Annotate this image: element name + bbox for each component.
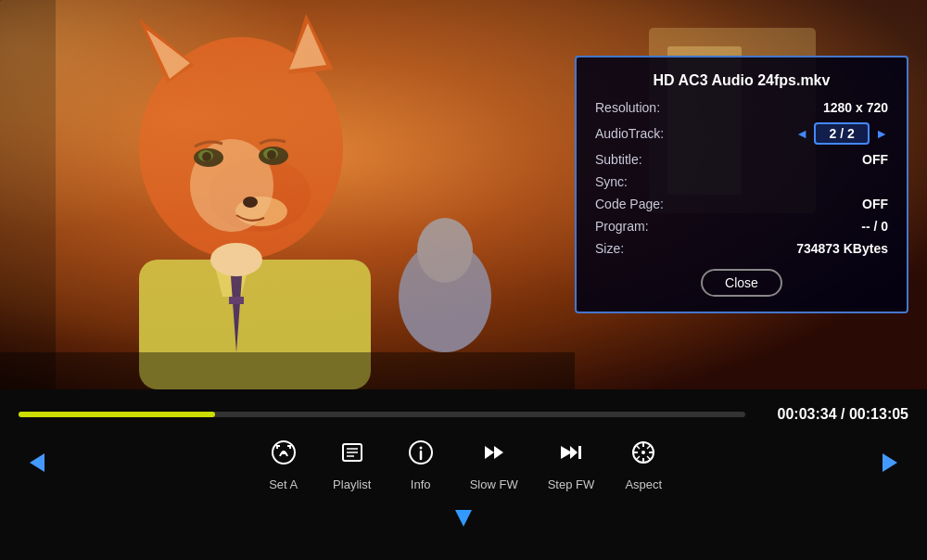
codepage-label: Code Page: <box>595 197 664 211</box>
info-panel: HD AC3 Audio 24fps.mkv Resolution: 1280 … <box>575 56 908 313</box>
controls-bar: 00:03:34 / 00:13:05 <box>0 389 927 560</box>
svg-line-49 <box>637 446 641 450</box>
sync-label: Sync: <box>595 174 628 189</box>
step-fw-icon <box>558 439 584 472</box>
size-row: Size: 734873 KBytes <box>595 241 888 256</box>
program-label: Program: <box>595 219 649 234</box>
svg-line-52 <box>637 456 641 460</box>
info-label: Info <box>411 477 431 491</box>
resolution-value: 1280 x 720 <box>823 100 888 115</box>
audiotrack-label: AudioTrack: <box>595 126 664 141</box>
progress-fill <box>19 412 215 417</box>
sync-row: Sync: <box>595 174 888 189</box>
player-container: HD AC3 Audio 24fps.mkv Resolution: 1280 … <box>0 0 927 560</box>
progress-track[interactable] <box>19 412 745 417</box>
size-value: 734873 KBytes <box>796 241 888 256</box>
set-a-label: Set A <box>269 477 298 491</box>
playlist-label: Playlist <box>333 477 371 491</box>
current-time: 00:03:34 <box>778 406 837 422</box>
svg-marker-28 <box>30 453 44 472</box>
program-row: Program: -- / 0 <box>595 219 888 234</box>
progress-area: 00:03:34 / 00:13:05 <box>0 389 927 432</box>
subtitle-label: Subtitle: <box>595 152 642 167</box>
audiotrack-prev-arrow[interactable]: ◄ <box>795 126 808 141</box>
slow-fw-icon <box>481 439 507 472</box>
playlist-button[interactable]: Playlist <box>320 432 385 499</box>
aspect-label: Aspect <box>625 477 662 491</box>
nav-right-button[interactable] <box>871 452 908 479</box>
codepage-value: OFF <box>862 197 888 211</box>
nav-left-button[interactable] <box>19 452 56 479</box>
total-time: 00:13:05 <box>849 406 908 422</box>
svg-marker-53 <box>883 453 897 472</box>
time-sep: / <box>837 406 849 422</box>
svg-point-36 <box>419 447 422 450</box>
filename-display: HD AC3 Audio 24fps.mkv <box>595 72 888 89</box>
resolution-row: Resolution: 1280 x 720 <box>595 100 888 115</box>
slow-fw-button[interactable]: Slow FW <box>457 432 531 499</box>
resolution-label: Resolution: <box>595 100 660 115</box>
aspect-button[interactable]: Aspect <box>611 432 676 499</box>
audiotrack-value: 2 / 2 <box>814 122 870 145</box>
svg-marker-41 <box>570 446 578 459</box>
step-fw-label: Step FW <box>548 477 595 491</box>
size-label: Size: <box>595 241 624 256</box>
audiotrack-row: AudioTrack: ◄ 2 / 2 ► <box>595 122 888 145</box>
program-value: -- / 0 <box>861 219 888 234</box>
svg-point-44 <box>641 451 645 454</box>
info-button[interactable]: Info <box>388 432 453 499</box>
subtitle-value: OFF <box>862 152 888 167</box>
close-button[interactable]: Close <box>701 269 782 297</box>
svg-rect-42 <box>578 446 581 459</box>
svg-line-51 <box>647 446 651 450</box>
codepage-row: Code Page: OFF <box>595 197 888 211</box>
set-a-icon <box>271 439 297 472</box>
audiotrack-control[interactable]: ◄ 2 / 2 ► <box>795 122 888 145</box>
set-a-button[interactable]: Set A <box>251 432 316 499</box>
bottom-dots <box>0 499 927 534</box>
subtitle-row: Subtitle: OFF <box>595 152 888 167</box>
step-fw-button[interactable]: Step FW <box>535 432 608 499</box>
playlist-icon <box>339 439 365 472</box>
aspect-icon <box>630 439 656 472</box>
time-display: 00:03:34 / 00:13:05 <box>760 406 908 423</box>
info-icon <box>408 439 434 472</box>
audiotrack-next-arrow[interactable]: ► <box>875 126 888 141</box>
svg-marker-38 <box>485 446 494 459</box>
svg-marker-39 <box>494 446 503 459</box>
buttons-row: Set A Playlist <box>0 432 927 499</box>
svg-line-50 <box>647 456 651 460</box>
slow-fw-label: Slow FW <box>470 477 518 491</box>
nav-dot-down[interactable] <box>455 510 472 527</box>
